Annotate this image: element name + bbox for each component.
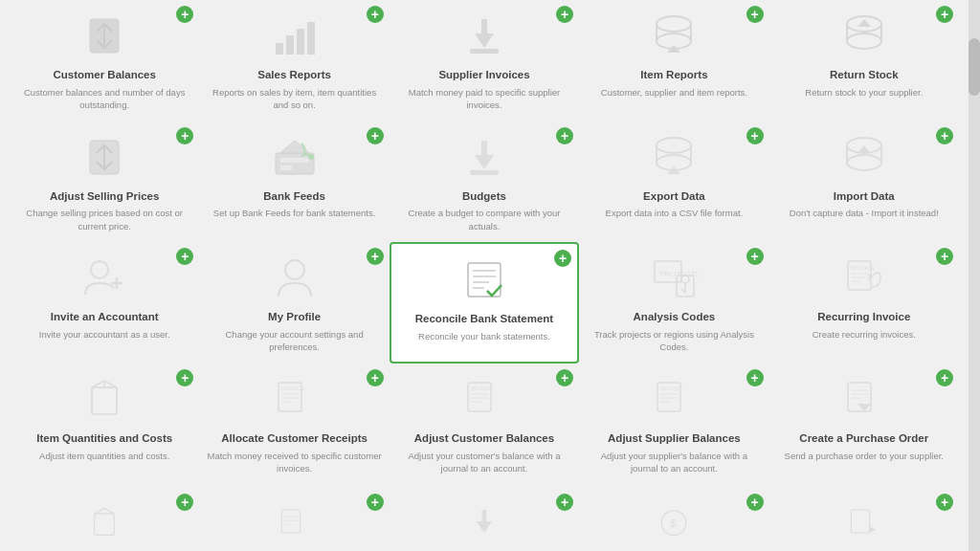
icon-row5-4: $ — [645, 497, 702, 549]
add-button-row5-4[interactable]: + — [746, 494, 764, 511]
svg-text:ADJUST: ADJUST — [471, 386, 494, 391]
card-invite-accountant[interactable]: + Invite an Accountant Invite your accou… — [10, 242, 199, 364]
add-button-allocate-customer[interactable]: + — [367, 369, 384, 386]
add-button-adjust-supplier[interactable]: + — [746, 369, 764, 386]
card-analysis-codes[interactable]: + PROJECTS → Analysis Codes Track projec… — [579, 242, 768, 364]
svg-point-9 — [657, 16, 691, 32]
svg-point-29 — [657, 138, 691, 153]
add-button-analysis-codes[interactable]: + — [746, 248, 764, 265]
card-title-analysis-codes: Analysis Codes — [634, 310, 716, 324]
icon-my-profile — [266, 252, 323, 304]
add-button-invite-accountant[interactable]: + — [176, 248, 193, 265]
card-row5-5[interactable]: + — [769, 488, 959, 551]
add-button-supplier-invoices[interactable]: + — [556, 6, 573, 23]
card-row5-3[interactable]: + — [390, 488, 579, 551]
add-button-row5-3[interactable]: + — [556, 494, 573, 511]
icon-analysis-codes: PROJECTS → — [645, 252, 702, 304]
add-button-adjust-selling[interactable]: + — [176, 127, 193, 144]
card-row5-4[interactable]: + $ — [579, 488, 768, 551]
add-button-purchase-order[interactable]: + — [936, 369, 953, 386]
add-button-row5-5[interactable]: + — [936, 494, 953, 511]
card-title-sales-reports: Sales Reports — [257, 68, 331, 82]
icon-allocate-customer: INVOICE — [266, 373, 323, 426]
svg-rect-57 — [92, 387, 117, 414]
add-button-my-profile[interactable]: + — [367, 248, 384, 265]
svg-text:INVOICE: INVOICE — [281, 386, 305, 391]
card-budgets[interactable]: + Budgets Create a budget to compare wit… — [390, 121, 579, 243]
svg-marker-83 — [95, 509, 115, 515]
svg-rect-5 — [307, 22, 315, 55]
card-adjust-customer[interactable]: + ADJUST Adjust Customer Balances Adjust… — [390, 364, 579, 485]
add-button-bank-feeds[interactable]: + — [367, 127, 384, 144]
add-button-return-stock[interactable]: + — [936, 6, 953, 23]
add-button-item-quantities[interactable]: + — [176, 369, 193, 386]
card-customer-balances[interactable]: + Customer Balances Customer balances an… — [10, 0, 199, 121]
svg-rect-3 — [286, 35, 294, 55]
card-sales-reports[interactable]: + Sales Reports Reports on sales by item… — [199, 0, 389, 121]
card-item-reports[interactable]: + Item Reports Customer, supplier and it… — [579, 0, 768, 121]
card-item-quantities[interactable]: + Item Quantities and Costs Adjust item … — [10, 364, 199, 485]
svg-rect-8 — [470, 49, 499, 54]
add-button-budgets[interactable]: + — [556, 127, 573, 144]
card-desc-customer-balances: Customer balances and number of days out… — [17, 86, 191, 112]
scrollbar-thumb[interactable] — [969, 38, 980, 96]
card-recurring-invoice[interactable]: + INVOICE Recurring Invoice Create recur… — [769, 242, 959, 364]
icon-row5-1 — [76, 497, 133, 549]
icon-row5-2 — [266, 497, 323, 549]
row-1: + Customer Balances Customer balances an… — [0, 0, 969, 121]
row-2: + Adjust Selling Prices Change selling p… — [0, 121, 969, 243]
add-button-reconcile-bank[interactable]: + — [554, 250, 571, 267]
icon-return-stock — [835, 10, 893, 62]
card-title-budgets: Budgets — [462, 189, 506, 204]
card-bank-feeds[interactable]: + Bank Feeds Set up Bank Feeds for bank … — [199, 121, 389, 243]
card-export-data[interactable]: + Export Data Export data into a CSV fil… — [579, 121, 768, 243]
add-button-row5-2[interactable]: + — [367, 494, 384, 511]
card-desc-purchase-order: Send a purchase order to your supplier. — [785, 450, 944, 462]
card-allocate-customer[interactable]: + INVOICE Allocate Customer Receipts Mat… — [199, 364, 389, 485]
card-return-stock[interactable]: + Return Stock Return stock to your supp… — [769, 0, 959, 121]
card-title-return-stock: Return Stock — [830, 68, 899, 82]
card-desc-sales-reports: Reports on sales by item, item quantitie… — [207, 86, 381, 112]
svg-rect-23 — [280, 158, 309, 163]
svg-point-25 — [308, 154, 314, 160]
card-row5-2[interactable]: + — [199, 488, 389, 551]
card-title-customer-balances: Customer Balances — [54, 68, 156, 82]
card-adjust-supplier[interactable]: + ADJUST Adjust Supplier Balances Adjust… — [579, 364, 768, 485]
card-adjust-selling[interactable]: + Adjust Selling Prices Change selling p… — [10, 121, 199, 243]
card-title-allocate-customer: Allocate Customer Receipts — [221, 431, 368, 446]
svg-point-37 — [847, 155, 881, 170]
card-desc-return-stock: Return stock to your supplier. — [805, 86, 923, 99]
add-button-sales-reports[interactable]: + — [367, 6, 384, 23]
card-row5-1[interactable]: + — [10, 488, 199, 551]
svg-rect-82 — [95, 514, 115, 535]
svg-marker-78 — [858, 404, 871, 411]
add-button-customer-balances[interactable]: + — [176, 6, 193, 23]
add-button-export-data[interactable]: + — [746, 127, 764, 144]
card-purchase-order[interactable]: + Create a Purchase Order Send a purchas… — [769, 364, 959, 485]
icon-bank-feeds — [266, 131, 323, 184]
icon-recurring-invoice: INVOICE — [835, 252, 893, 304]
add-button-adjust-customer[interactable]: + — [556, 369, 573, 386]
svg-rect-27 — [481, 141, 487, 157]
icon-reconcile-bank — [456, 253, 513, 306]
card-my-profile[interactable]: + My Profile Change your account setting… — [199, 242, 389, 364]
add-button-item-reports[interactable]: + — [746, 6, 764, 23]
scrollbar[interactable] — [969, 0, 980, 551]
svg-rect-24 — [280, 165, 292, 170]
card-desc-adjust-customer: Adjust your customer's balance with a jo… — [397, 450, 571, 475]
card-desc-adjust-selling: Change selling prices based on cost or c… — [17, 207, 191, 232]
svg-marker-93 — [869, 527, 875, 533]
card-import-data[interactable]: + Import Data Don't capture data - Impor… — [769, 121, 959, 243]
card-supplier-invoices[interactable]: + Supplier Invoices Match money paid to … — [390, 0, 579, 121]
icon-item-reports — [645, 10, 702, 62]
svg-marker-6 — [475, 33, 494, 48]
svg-rect-28 — [470, 170, 499, 175]
add-button-import-data[interactable]: + — [936, 127, 953, 144]
card-reconcile-bank[interactable]: + Reconcile Bank Statement Reconcile you… — [390, 242, 579, 364]
card-title-adjust-customer: Adjust Customer Balances — [414, 431, 554, 446]
row-3: + Invite an Accountant Invite your accou… — [0, 242, 969, 364]
add-button-recurring-invoice[interactable]: + — [936, 248, 953, 265]
add-button-row5-1[interactable]: + — [176, 494, 193, 511]
icon-adjust-supplier: ADJUST — [645, 373, 702, 426]
card-title-recurring-invoice: Recurring Invoice — [817, 310, 910, 324]
